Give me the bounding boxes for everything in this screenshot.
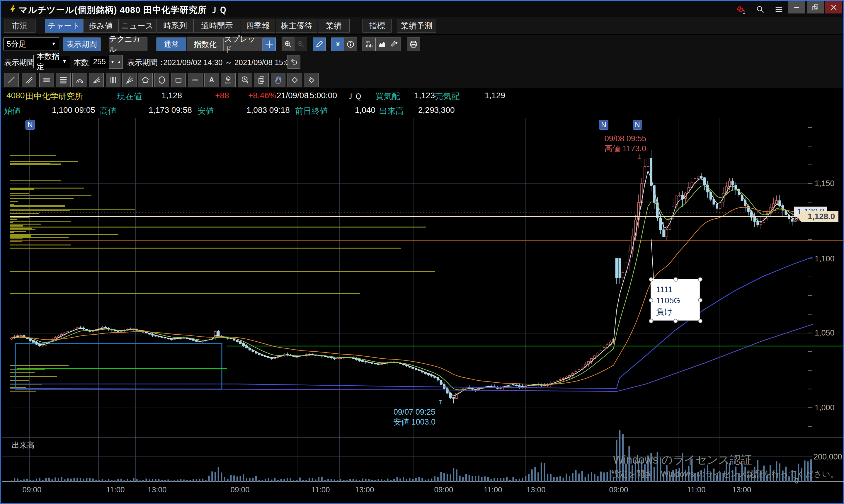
x-axis-label: 11:00 [679, 485, 714, 494]
note-annotation[interactable]: 11111105G負け [651, 279, 700, 321]
toolbar-button-テクニカル[interactable]: テクニカル [109, 37, 147, 51]
tab-市況[interactable]: 市況 [4, 19, 35, 33]
x-axis-label: 11:00 [303, 485, 338, 494]
tab-ニュース[interactable]: ニュース [119, 19, 156, 33]
gann-fan-icon[interactable] [122, 73, 137, 87]
count-up-button[interactable]: ▲ [116, 55, 123, 69]
x-axis-label: 13:00 [140, 485, 175, 494]
x-axis-label: 09:00 [222, 485, 257, 494]
close-button[interactable] [825, 1, 842, 14]
news-badge[interactable]: N [25, 120, 35, 130]
svg-text:¥: ¥ [336, 41, 340, 48]
selection-handle[interactable] [649, 319, 653, 323]
tab-指標[interactable]: 指標 [362, 19, 392, 33]
svg-text:A: A [209, 76, 214, 84]
quote-value: 田中化学研究所 [25, 91, 83, 102]
tab-株主優待[interactable]: 株主優待 [276, 19, 317, 33]
search-icon[interactable] [754, 3, 767, 15]
hline-icon[interactable] [188, 73, 202, 87]
toolbar-button-スプレッド[interactable]: スプレッド [224, 37, 263, 51]
selection-handle[interactable] [698, 298, 702, 302]
fan-icon[interactable] [89, 73, 104, 87]
tab-チャート[interactable]: チャート [45, 19, 83, 33]
selection-handle[interactable] [698, 319, 702, 323]
y-axis-label: 1,000 [815, 403, 834, 412]
line-icon[interactable] [4, 73, 19, 87]
selection-handle[interactable] [674, 319, 678, 323]
tab-四季報[interactable]: 四季報 [240, 19, 275, 33]
printer-button[interactable] [407, 37, 420, 51]
interval-select[interactable]: 5分足▼ [3, 37, 59, 50]
copy-icon[interactable] [254, 73, 269, 87]
quote-label: 始値 [4, 106, 20, 116]
quote-row-1: 4080田中化学研究所現在値1,128+88+8.46%21/09/0815:0… [1, 88, 843, 103]
period-mode-select[interactable]: 本数指定▼ [33, 55, 70, 68]
count-input[interactable]: 255 [90, 55, 109, 68]
hlines4-icon[interactable] [56, 73, 71, 87]
my-chart-button[interactable]: MY [362, 37, 375, 51]
range-label: 表示期間： [127, 57, 165, 68]
yen-button[interactable]: ¥ [331, 37, 344, 51]
quote-label: 売気配 [435, 91, 460, 102]
info-button[interactable] [344, 37, 357, 51]
vlines-icon[interactable] [106, 73, 121, 87]
clock-arrow-icon[interactable] [238, 73, 252, 87]
drawn-rectangle[interactable] [15, 344, 222, 389]
tab-適時開示[interactable]: 適時開示 [194, 19, 240, 33]
titlebar: マルチツール(個別銘柄) 4080 田中化学研究所 ＪＱ 1 [1, 1, 843, 17]
news-badge[interactable]: N [599, 120, 608, 130]
windows-watermark-line2: 設定を開き、Windows のライセンス認証を行ってください。 [611, 469, 839, 480]
x-axis-label: 13:00 [724, 485, 759, 494]
quote-value: 4080 [6, 91, 24, 100]
quote-value: 1,128 [161, 91, 182, 100]
ellipse-icon[interactable] [155, 73, 169, 87]
zoom-in-icon-button[interactable] [282, 37, 294, 51]
y-axis-label: 1,150 [815, 179, 834, 188]
tab-時系列[interactable]: 時系列 [157, 19, 194, 33]
fib-arc-icon[interactable] [72, 73, 87, 87]
reload-icon[interactable] [287, 55, 300, 69]
menu-icon[interactable] [772, 3, 785, 15]
eraser-icon[interactable] [287, 73, 302, 87]
period-row: 表示期間 本数指定▼ 本数 255 ▼ ▲ 表示期間： 2021/09/02 1… [1, 53, 843, 70]
link-icon[interactable]: 1 [734, 3, 747, 15]
pencil-line-icon[interactable] [22, 73, 36, 87]
hand-icon[interactable] [271, 73, 285, 87]
x-axis-label: 11:00 [98, 485, 133, 494]
toolbar-button-指数化[interactable]: 指数化 [187, 37, 223, 51]
area-chart-button[interactable] [375, 37, 388, 51]
count-down-button[interactable]: ▼ [109, 55, 116, 69]
tab-業績[interactable]: 業績 [318, 19, 349, 33]
count-label: 本数 [74, 57, 89, 68]
crosshair-button[interactable] [263, 37, 276, 51]
pentagon-icon[interactable] [138, 73, 153, 87]
tab-歩み値[interactable]: 歩み値 [83, 19, 118, 33]
wrench-button[interactable] [388, 37, 401, 51]
zoom-out-icon-button[interactable] [294, 37, 307, 51]
selection-handle[interactable] [674, 277, 678, 282]
eraser-all-icon[interactable]: A [304, 73, 319, 87]
app-logo-icon [8, 4, 18, 15]
minimize-button[interactable] [788, 1, 805, 14]
news-badge[interactable]: N [633, 120, 642, 130]
x-axis-label: 09:00 [14, 485, 50, 494]
range-value: 2021/09/02 14:30 ～ 2021/09/08 15:00 [163, 57, 294, 68]
text-a-icon[interactable]: A [204, 73, 219, 87]
selection-handle[interactable] [698, 277, 702, 282]
selection-handle[interactable] [649, 298, 653, 302]
quote-value: 1,100 09:05 [52, 106, 95, 115]
toolbar-button-表示期間[interactable]: 表示期間 [63, 37, 101, 51]
y-axis-label: 1,050 [815, 328, 834, 338]
rectangle-icon[interactable] [171, 73, 186, 87]
restore-button[interactable] [807, 1, 824, 14]
svg-text:A: A [309, 76, 311, 80]
pencil-button[interactable] [313, 37, 326, 51]
tab-業績予測[interactable]: 業績予測 [397, 19, 436, 33]
selection-handle[interactable] [649, 277, 653, 282]
quote-value: +88 [215, 91, 229, 100]
icon-stamp-icon[interactable]: ICON [221, 73, 236, 87]
app-window: 1,1501,1001,0501,00009:0011:0013:0009:00… [0, 0, 844, 504]
hlines3-icon[interactable] [39, 73, 54, 87]
toolbar-button-通常[interactable]: 通常 [157, 37, 186, 51]
svg-text:ICON: ICON [226, 82, 231, 84]
